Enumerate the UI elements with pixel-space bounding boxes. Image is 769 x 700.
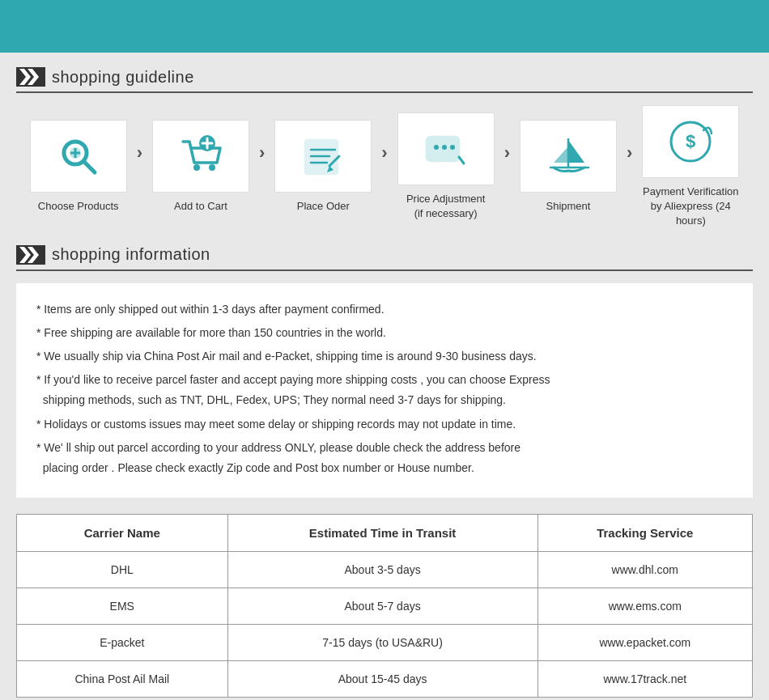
tracking-dhl: www.dhl.com (537, 552, 752, 588)
svg-point-20 (450, 145, 455, 150)
svg-point-19 (442, 145, 447, 150)
svg-point-18 (434, 145, 439, 150)
guideline-header: shopping guideline (16, 67, 753, 93)
table-row: EMS About 5-7 days www.ems.com (17, 588, 753, 625)
time-china-post: About 15-45 days (227, 661, 537, 698)
carrier-ems: EMS (17, 588, 228, 625)
guideline-chevrons (16, 67, 45, 87)
table-row: DHL About 3-5 days www.dhl.com (17, 552, 753, 588)
arrow-5: › (627, 142, 632, 163)
step-price-adjustment: Price Adjustment(if necessary) (389, 112, 503, 221)
information-title: shopping information (52, 245, 210, 264)
info-line-3: * We usually ship via China Post Air mai… (36, 346, 733, 367)
table-row: China Post Ail Mail About 15-45 days www… (17, 661, 753, 698)
arrow-3: › (381, 142, 387, 163)
table-row: E-packet 7-15 days (to USA&RU) www.epack… (17, 625, 753, 661)
table-header-row: Carrier Name Estimated Time in Transit T… (17, 515, 753, 552)
col-carrier-name: Carrier Name (17, 515, 228, 552)
arrow-4: › (504, 142, 510, 163)
tracking-epacket: www.epacket.com (537, 625, 752, 661)
step-price-adjustment-label: Price Adjustment(if necessary) (406, 192, 486, 221)
col-tracking-service: Tracking Service (537, 515, 752, 552)
col-estimated-time: Estimated Time in Transit (227, 515, 537, 552)
shipping-table: Carrier Name Estimated Time in Transit T… (16, 514, 753, 698)
svg-line-4 (83, 161, 95, 172)
svg-point-9 (209, 164, 215, 171)
steps-row: Choose Products › Add to Cart › (16, 105, 753, 229)
carrier-china-post: China Post Ail Mail (17, 661, 228, 698)
tracking-china-post: www.17track.net (537, 661, 752, 698)
step-add-to-cart-label: Add to Cart (174, 199, 227, 214)
arrow-2: › (259, 142, 265, 163)
info-line-1: * Items are only shipped out within 1-3 … (36, 299, 733, 320)
information-header: shopping information (16, 245, 753, 271)
step-shipment: Shipment (512, 120, 625, 214)
step-place-order-label: Place Oder (297, 199, 350, 214)
info-section: * Items are only shipped out within 1-3 … (16, 283, 753, 498)
step-shipment-label: Shipment (546, 199, 591, 214)
svg-point-8 (193, 164, 200, 171)
svg-text:$: $ (686, 131, 695, 151)
step-payment-verification: $ Payment Verificationby Aliexpress (24 … (634, 105, 747, 229)
carrier-epacket: E-packet (17, 625, 228, 661)
time-ems: About 5-7 days (227, 588, 537, 625)
guideline-title: shopping guideline (52, 68, 194, 87)
step-choose-products: Choose Products (22, 120, 135, 214)
information-chevrons (16, 245, 45, 265)
main-content: shopping guideline Choose Products › (0, 67, 769, 700)
carrier-dhl: DHL (17, 552, 228, 588)
step-payment-verification-label: Payment Verificationby Aliexpress (24 ho… (638, 185, 743, 229)
info-line-2: * Free shipping are available for more t… (36, 323, 733, 343)
info-line-5: * Holidays or customs issues may meet so… (36, 414, 733, 435)
time-epacket: 7-15 days (to USA&RU) (227, 625, 537, 661)
arrow-1: › (137, 142, 142, 163)
step-add-to-cart: Add to Cart (144, 120, 257, 214)
step-place-order: Place Oder (266, 120, 380, 214)
info-line-6: * We' ll ship out parcel according to yo… (36, 438, 733, 478)
tracking-ems: www.ems.com (537, 588, 752, 625)
step-choose-products-label: Choose Products (38, 199, 119, 214)
top-banner (0, 0, 769, 53)
time-dhl: About 3-5 days (227, 552, 537, 588)
info-line-4: * If you'd like to receive parcel faster… (36, 370, 733, 410)
